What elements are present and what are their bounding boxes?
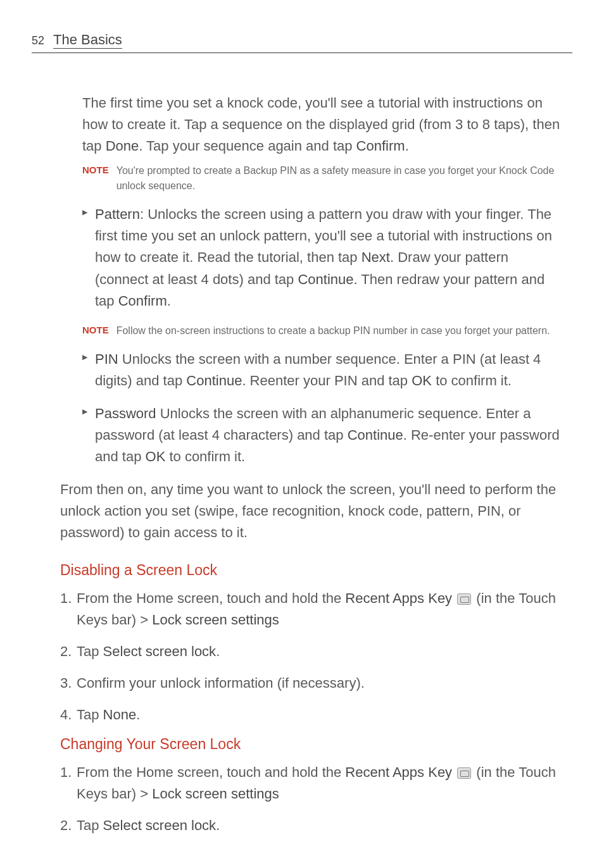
pattern-bold: Pattern	[95, 206, 140, 222]
continue-bold-3: Continue	[348, 427, 403, 443]
s1-step1-text1: From the Home screen, touch and hold the	[77, 590, 345, 606]
s1-step4-text2: .	[136, 707, 140, 722]
header-title: The Basics	[53, 32, 122, 49]
note-text-2: Follow the on-screen instructions to cre…	[116, 323, 550, 338]
note-block-1: NOTE You're prompted to create a Backup …	[82, 163, 563, 194]
pattern-bullet: Pattern: Unlocks the screen using a patt…	[82, 204, 563, 311]
ok-bold-1: OK	[412, 373, 432, 388]
disabling-step-2: Tap Select screen lock.	[60, 641, 563, 662]
confirm-bold-1: Confirm	[118, 293, 167, 309]
s2-step2-text2: .	[216, 817, 220, 833]
pin-text-2: . Reenter your PIN and tap	[242, 373, 412, 388]
note-block-2: NOTE Follow the on-screen instructions t…	[82, 323, 563, 338]
page-number: 52	[32, 34, 44, 47]
lock-screen-settings-bold-2: Lock screen settings	[152, 786, 279, 802]
changing-step-1: From the Home screen, touch and hold the…	[60, 762, 563, 805]
select-screen-lock-bold-1: Select screen lock	[103, 643, 217, 659]
changing-steps: From the Home screen, touch and hold the…	[60, 762, 563, 836]
password-bold: Password	[95, 406, 156, 421]
pin-bullet: PIN Unlocks the screen with a number seq…	[82, 349, 563, 392]
select-screen-lock-bold-2: Select screen lock	[103, 817, 217, 833]
password-bullet: Password Unlocks the screen with an alph…	[82, 403, 563, 468]
pattern-text-4: .	[167, 293, 171, 309]
recent-apps-key-icon	[457, 593, 471, 605]
none-bold: None	[103, 707, 137, 722]
intro-bold-confirm: Confirm	[356, 138, 405, 154]
note-text-1: You're prompted to create a Backup PIN a…	[116, 163, 563, 194]
s1-step2-text2: .	[216, 643, 220, 659]
password-text-3: to confirm it.	[165, 449, 245, 464]
ok-bold-2: OK	[146, 449, 166, 464]
disabling-step-3: Confirm your unlock information (if nece…	[60, 673, 563, 694]
closing-paragraph: From then on, any time you want to unloc…	[60, 479, 563, 543]
disabling-step-1: From the Home screen, touch and hold the…	[60, 588, 563, 631]
changing-step-2: Tap Select screen lock.	[60, 815, 563, 836]
recent-apps-key-bold-2: Recent Apps Key	[345, 764, 452, 780]
intro-paragraph: The first time you set a knock code, you…	[82, 92, 563, 157]
note-label-2: NOTE	[82, 323, 109, 335]
content-area: The first time you set a knock code, you…	[32, 92, 572, 836]
disabling-heading: Disabling a Screen Lock	[60, 562, 563, 579]
pin-text-3: to confirm it.	[432, 373, 512, 388]
s1-step2-text1: Tap	[77, 643, 103, 659]
intro-bold-done: Done	[106, 138, 139, 154]
recent-apps-key-icon-2	[457, 767, 471, 779]
next-bold: Next	[362, 249, 390, 265]
continue-bold-1: Continue	[298, 271, 353, 287]
intro-text-2: . Tap your sequence again and tap	[139, 138, 356, 154]
page-header: 52 The Basics	[32, 32, 572, 53]
recent-apps-key-bold-1: Recent Apps Key	[345, 590, 452, 606]
lock-screen-settings-bold-1: Lock screen settings	[152, 612, 279, 628]
continue-bold-2: Continue	[186, 373, 242, 388]
s2-step1-text1: From the Home screen, touch and hold the	[77, 764, 345, 780]
disabling-steps: From the Home screen, touch and hold the…	[60, 588, 563, 726]
note-label-1: NOTE	[82, 163, 109, 175]
s1-step4-text1: Tap	[77, 707, 103, 722]
s2-step2-text1: Tap	[77, 817, 103, 833]
intro-text-3: .	[405, 138, 409, 154]
changing-heading: Changing Your Screen Lock	[60, 736, 563, 753]
disabling-step-4: Tap None.	[60, 704, 563, 726]
pin-bold: PIN	[95, 351, 118, 367]
